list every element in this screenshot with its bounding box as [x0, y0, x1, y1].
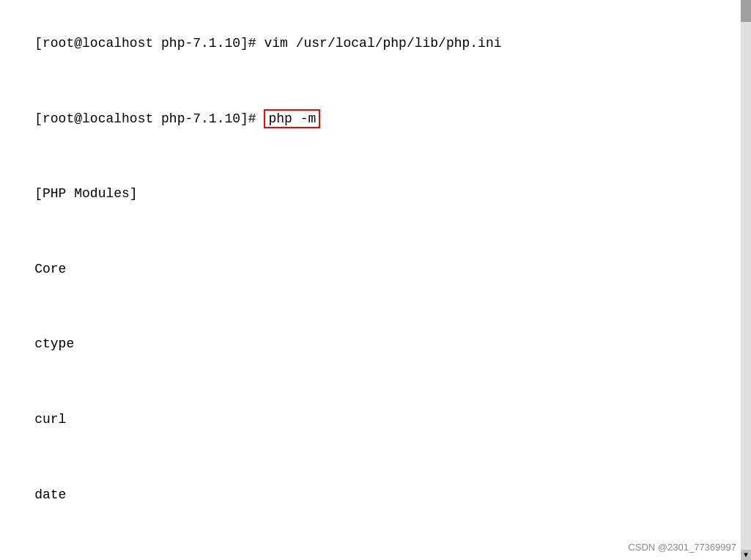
terminal-line-date: date — [3, 457, 751, 532]
prompt-php-m: [root@localhost php-7.1.10]# php -m — [34, 109, 320, 128]
prompt-vim: [root@localhost php-7.1.10]# vim /usr/lo… — [34, 36, 501, 51]
terminal-line-curl: curl — [3, 382, 751, 457]
terminal-line-ctype: ctype — [3, 306, 751, 382]
scrollbar[interactable]: ▲ ▼ — [741, 0, 751, 560]
output-curl: curl — [34, 412, 66, 427]
output-ctype: ctype — [34, 336, 74, 351]
output-php-modules: [PHP Modules] — [34, 186, 137, 201]
terminal-container: [root@localhost php-7.1.10]# vim /usr/lo… — [0, 0, 751, 560]
scrollbar-arrow-down[interactable]: ▼ — [741, 550, 751, 560]
terminal-line-php-modules: [PHP Modules] — [3, 156, 751, 232]
scrollbar-thumb[interactable] — [741, 0, 751, 22]
watermark: CSDN @2301_77369997 — [628, 542, 736, 553]
output-core: Core — [34, 262, 66, 276]
terminal-line-php-m: [root@localhost php-7.1.10]# php -m — [3, 81, 751, 157]
terminal-line-vim: [root@localhost php-7.1.10]# vim /usr/lo… — [3, 6, 751, 81]
output-date: date — [34, 487, 66, 502]
terminal-line-core: Core — [3, 232, 751, 307]
highlighted-command: php -m — [264, 109, 320, 128]
